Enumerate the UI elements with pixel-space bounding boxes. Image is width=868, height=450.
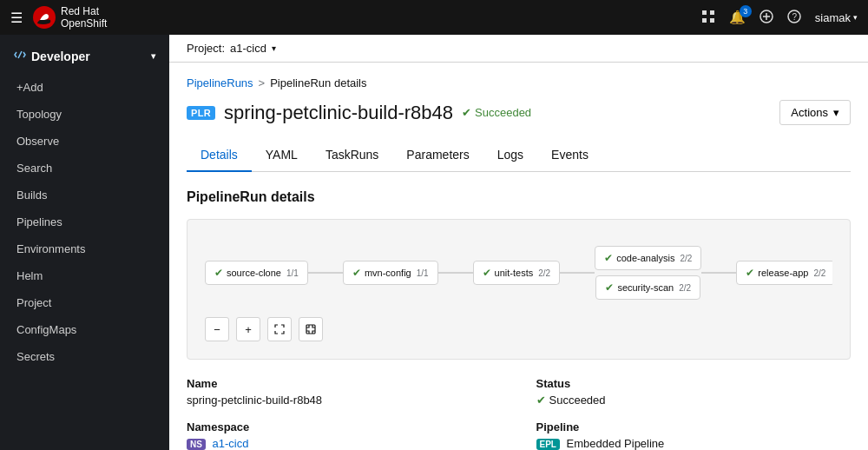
details-right: Status ✔ Succeeded Pipeline EPL Embedded… [536, 377, 852, 450]
sidebar-item-configmaps[interactable]: ConfigMaps [0, 316, 169, 343]
pipeline-diagram: ✔source-clone1/1✔mvn-config1/1✔unit-test… [187, 219, 851, 360]
logo-text: Red Hat OpenShift [61, 5, 107, 30]
detail-namespace: Namespace NS a1-cicd [187, 420, 502, 450]
status-check-icon-detail: ✔ [536, 394, 546, 407]
zoom-in-button[interactable]: + [236, 317, 260, 341]
pipeline-node-source-clone[interactable]: ✔source-clone1/1 [205, 261, 308, 285]
perspective-arrow-icon: ▾ [151, 51, 155, 61]
tab-parameters[interactable]: Parameters [392, 139, 483, 172]
breadcrumb-pipelineruns-link[interactable]: PipelineRuns [187, 76, 253, 89]
status-check-icon: ✔ [462, 106, 471, 119]
pipeline-connector [560, 272, 595, 274]
page-header: PLR spring-petclinic-build-r8b48 ✔ Succe… [187, 100, 851, 125]
pipeline-detail-label: Pipeline [536, 420, 852, 433]
pipeline-connector [308, 272, 343, 274]
breadcrumb: PipelineRuns > PipelineRun details [187, 76, 851, 89]
sidebar-item-search[interactable]: Search [0, 155, 169, 182]
sidebar-item-observe[interactable]: Observe [0, 128, 169, 155]
tab-events[interactable]: Events [537, 139, 602, 172]
ns-badge: NS [187, 439, 206, 450]
fit-button[interactable] [267, 317, 292, 341]
details-left: Name spring-petclinic-build-r8b48 Namesp… [187, 377, 502, 450]
redhat-svg-icon [31, 4, 57, 30]
developer-icon [14, 49, 26, 63]
help-icon[interactable]: ? [787, 10, 801, 26]
pipeline-nodes: ✔source-clone1/1✔mvn-config1/1✔unit-test… [205, 237, 832, 308]
detail-name: Name spring-petclinic-build-r8b48 [187, 377, 502, 407]
grid-icon[interactable] [701, 10, 715, 26]
app-layout: Developer ▾ +AddTopologyObserveSearchBui… [0, 35, 868, 450]
pipeline-connector [701, 272, 736, 274]
notification-bell[interactable]: 🔔 3 [729, 10, 746, 25]
svg-rect-11 [306, 325, 315, 334]
details-grid: Name spring-petclinic-build-r8b48 Namesp… [187, 377, 851, 450]
hamburger-icon[interactable]: ☰ [10, 10, 23, 26]
breadcrumb-current: PipelineRun details [270, 76, 366, 89]
node-check-icon: ✔ [483, 267, 491, 279]
detail-status: Status ✔ Succeeded [536, 377, 852, 407]
fullscreen-button[interactable] [299, 317, 323, 341]
tabs: DetailsYAMLTaskRunsParametersLogsEvents [187, 139, 851, 172]
svg-rect-2 [710, 10, 714, 15]
pipeline-node-release-app[interactable]: ✔release-app2/2 [736, 261, 832, 285]
pipeline-detail-value: EPL Embedded Pipeline [536, 437, 852, 450]
sidebar-item-pipelines[interactable]: Pipelines [0, 208, 169, 235]
sidebar-item-helm[interactable]: Helm [0, 262, 169, 289]
page-title: spring-petclinic-build-r8b48 [224, 102, 453, 124]
namespace-value: NS a1-cicd [187, 437, 502, 450]
pipeline-node-mvn-config[interactable]: ✔mvn-config1/1 [343, 261, 438, 285]
plus-icon[interactable] [760, 10, 773, 26]
actions-label: Actions [791, 106, 828, 119]
namespace-link[interactable]: a1-cicd [213, 437, 249, 450]
node-check-icon: ✔ [214, 267, 223, 279]
node-check-icon: ✔ [746, 267, 754, 279]
plr-badge: PLR [187, 106, 215, 120]
sidebar-item-project[interactable]: Project [0, 289, 169, 316]
breadcrumb-separator: > [259, 76, 266, 89]
tab-yaml[interactable]: YAML [252, 139, 312, 172]
node-check-icon: ✔ [605, 281, 614, 294]
status-detail-value: ✔ Succeeded [536, 394, 852, 407]
namespace-label: Namespace [187, 420, 502, 433]
user-menu[interactable]: siamak ▾ [815, 11, 858, 24]
sidebar-item-topology[interactable]: Topology [0, 101, 169, 128]
pipeline-node-security-scan[interactable]: ✔security-scan2/2 [595, 275, 701, 300]
tab-logs[interactable]: Logs [483, 139, 537, 172]
svg-rect-4 [710, 18, 714, 23]
topnav: ☰ Red Hat OpenShift 🔔 3 ? [0, 0, 868, 35]
detail-pipeline: Pipeline EPL Embedded Pipeline [536, 420, 852, 450]
sidebar-item-environments[interactable]: Environments [0, 235, 169, 262]
page-header-left: PLR spring-petclinic-build-r8b48 ✔ Succe… [187, 102, 531, 124]
sidebar: Developer ▾ +AddTopologyObserveSearchBui… [0, 35, 169, 450]
project-dropdown-arrow[interactable]: ▾ [272, 43, 276, 53]
sidebar-item-builds[interactable]: Builds [0, 182, 169, 208]
status-badge: ✔ Succeeded [462, 106, 531, 119]
pipeline-controls: − + [205, 317, 832, 341]
content-area: PipelineRuns > PipelineRun details PLR s… [169, 63, 868, 450]
perspective-switcher[interactable]: Developer ▾ [0, 42, 169, 70]
tab-details[interactable]: Details [187, 139, 252, 172]
pipeline-node-code-analysis[interactable]: ✔code-analysis2/2 [595, 246, 701, 270]
main-content: Project: a1-cicd ▾ PipelineRuns > Pipeli… [169, 35, 868, 450]
sidebar-nav: +AddTopologyObserveSearchBuildsPipelines… [0, 74, 169, 370]
project-label: Project: [187, 42, 225, 55]
actions-button[interactable]: Actions ▾ [779, 100, 851, 125]
epl-badge: EPL [536, 439, 560, 450]
svg-rect-1 [702, 10, 707, 15]
sidebar-item-secrets[interactable]: Secrets [0, 343, 169, 370]
status-detail-label: Status [536, 377, 852, 390]
svg-text:?: ? [792, 12, 797, 22]
notification-count: 3 [740, 5, 752, 17]
pipeline-parallel-group: ✔code-analysis2/2✔security-scan2/2 [595, 246, 701, 300]
status-label: Succeeded [475, 106, 531, 119]
tab-taskruns[interactable]: TaskRuns [312, 139, 392, 172]
actions-arrow-icon: ▾ [833, 106, 839, 119]
node-check-icon: ✔ [604, 252, 613, 264]
project-bar: Project: a1-cicd ▾ [169, 35, 868, 63]
project-name: a1-cicd [230, 42, 266, 55]
pipeline-node-unit-tests[interactable]: ✔unit-tests2/2 [473, 261, 561, 285]
zoom-out-button[interactable]: − [205, 317, 229, 341]
redhat-logo: Red Hat OpenShift [31, 4, 107, 30]
pipeline-connector [438, 272, 473, 274]
sidebar-item-add[interactable]: +Add [0, 74, 169, 101]
